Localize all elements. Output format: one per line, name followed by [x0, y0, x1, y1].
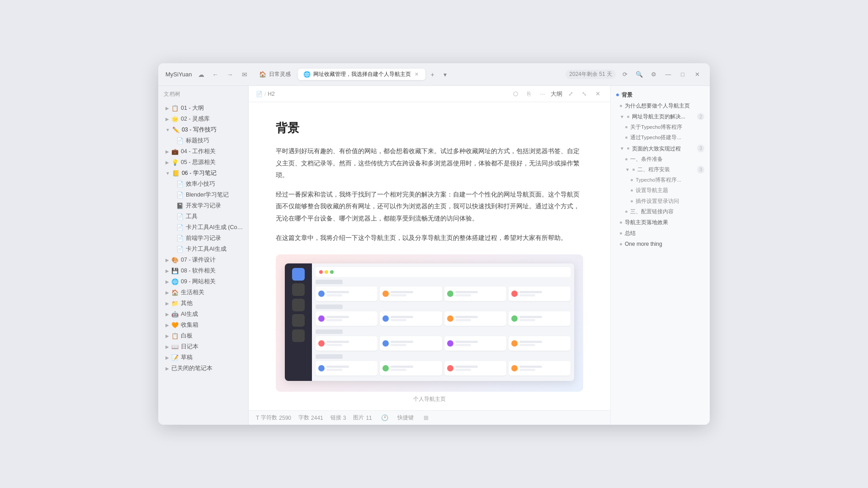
outline-label-install-3: 插件设置登录访问	[636, 197, 679, 205]
sidebar-item-04-label: 04 - 工作相关	[181, 148, 216, 155]
maximize-button[interactable]: □	[677, 69, 688, 80]
minimize-button[interactable]: —	[663, 69, 674, 80]
outline-item-install[interactable]: ▼ 二、程序安装 3	[611, 164, 710, 175]
sidebar-item-07[interactable]: ▶ 🎨 07 - 课件设计	[160, 255, 246, 265]
expand-button[interactable]: ⤢	[565, 89, 576, 99]
outline-item-config[interactable]: 三、配置链接内容	[611, 206, 710, 217]
refresh-icon[interactable]: ⟳	[619, 69, 630, 80]
mock-nav-section-3	[316, 329, 571, 351]
status-link-count: 链接 3	[330, 414, 346, 422]
sidebar-item-06[interactable]: ▼ 📒 06 - 学习笔记	[160, 168, 246, 178]
sidebar-item-06-6[interactable]: 📄 前端学习记录	[160, 233, 246, 244]
mock-section-title-1	[316, 280, 343, 284]
outline-item-install-3[interactable]: 插件设置登录访问	[611, 196, 710, 206]
outline-dot-sol	[627, 116, 629, 118]
status-link-label: 链接	[330, 414, 341, 422]
mock-card-text-wrap-16	[519, 366, 542, 371]
close-panel-button[interactable]: ✕	[592, 89, 603, 99]
search-button[interactable]: 🔍	[634, 69, 645, 80]
back-button[interactable]: ←	[210, 69, 221, 80]
outline-item-bg[interactable]: 背景	[611, 89, 710, 100]
cloud-icon[interactable]: ☁	[196, 69, 207, 80]
status-char-count-label: 字数	[298, 414, 309, 422]
mock-card-text-wrap-14	[391, 366, 413, 371]
sidebar-item-09[interactable]: ▶ 🌐 09 - 网站相关	[160, 277, 246, 287]
sidebar-item-06-3[interactable]: 📓 开发学习记录	[160, 201, 246, 211]
outline-item-typecho-build[interactable]: 通过Typecho搭建导...	[611, 132, 710, 143]
sidebar-item-03-1[interactable]: 📄 标题技巧	[160, 136, 246, 146]
status-clock-button[interactable]: 🕐	[379, 413, 390, 423]
outline-item-more[interactable]: One more thing	[611, 239, 710, 249]
outline-item-sol[interactable]: ▼ 网址导航主页的解决... 2	[611, 111, 710, 122]
sidebar-item-06-7[interactable]: 📄 卡片工具AI生成	[160, 244, 246, 254]
tab-daily[interactable]: 🏠 日常灵感	[254, 69, 296, 80]
tab-article[interactable]: 🌐 网址收藏管理，我选择自建个人导航主页 ✕	[298, 69, 425, 80]
mock-card-text-sm-14	[391, 369, 406, 371]
sidebar-item-ai[interactable]: ▶ 🤖 AI生成	[160, 309, 246, 319]
tab-dropdown-button[interactable]: ▾	[440, 69, 451, 80]
sidebar-item-draft[interactable]: ▶ 📝 草稿	[160, 352, 246, 363]
sidebar-item-06-5[interactable]: 📄 卡片工具AI生成 (Con...	[160, 222, 246, 233]
toolbar-right: ⬡ ⎘ ··· 大纲 ⤢ ⤡ ✕	[510, 89, 603, 99]
sidebar-item-06-1-icon: 📄	[176, 181, 184, 188]
outline-num-sol: 2	[697, 113, 704, 121]
outline-item-install-2[interactable]: 设置导航主题	[611, 185, 710, 196]
sidebar-item-whiteboard[interactable]: ▶ 📋 白板	[160, 331, 246, 341]
settings-button[interactable]: ⚙	[648, 69, 659, 80]
mock-card-text-sm-7	[455, 319, 471, 321]
sidebar-item-02[interactable]: ▶ 🌟 02 - 灵感库	[160, 114, 246, 124]
sidebar-item-06-2[interactable]: 📄 Blender学习笔记	[160, 190, 246, 200]
outline-item-typecho-prog[interactable]: 关于Typecho博客程序	[611, 122, 710, 132]
sidebar-item-life[interactable]: ▶ 🏠 生活相关	[160, 287, 246, 298]
mock-screenshot	[285, 263, 574, 381]
mock-card-text-7	[455, 316, 478, 318]
mock-card-icon-11	[447, 340, 453, 347]
new-tab-button[interactable]: +	[427, 69, 438, 80]
sidebar-item-diary-label: 日记本	[181, 343, 198, 351]
sidebar-item-06-3-icon: 📓	[176, 202, 184, 209]
outline-dot-install	[632, 169, 635, 171]
outline-item-summary[interactable]: 总结	[611, 228, 710, 239]
sidebar-item-04[interactable]: ▶ 💼 04 - 工作相关	[160, 146, 246, 157]
copy-button[interactable]: ⎘	[524, 89, 534, 99]
article-title: 背景	[276, 120, 583, 136]
sidebar-item-other[interactable]: ▶ 📁 其他	[160, 298, 246, 309]
send-icon[interactable]: ✉	[239, 69, 250, 80]
outline-item-install-1[interactable]: Typecho博客程序...	[611, 175, 710, 185]
sidebar-item-03[interactable]: ▼ ✏️ 03 - 写作技巧	[160, 125, 246, 135]
tab-close-button[interactable]: ✕	[414, 71, 420, 78]
sidebar-item-05[interactable]: ▶ 💡 05 - 思源相关	[160, 157, 246, 168]
more-button[interactable]: ···	[537, 89, 548, 99]
status-word-count-value: 2590	[279, 415, 291, 421]
sidebar-item-06-6-label: 前端学习记录	[186, 235, 221, 242]
sidebar-item-06-4[interactable]: 📄 工具	[160, 211, 246, 222]
sidebar-item-closed[interactable]: ▶ 已关闭的笔记本	[160, 363, 246, 374]
toolbar-bar: 📄 / H2 ⬡ ⎘ ··· 大纲 ⤢ ⤡ ✕	[249, 86, 610, 102]
sidebar-item-08[interactable]: ▶ 💾 08 - 软件相关	[160, 266, 246, 276]
sidebar-item-06-1[interactable]: 📄 效率小技巧	[160, 179, 246, 189]
outline-item-landing[interactable]: 导航主页落地效果	[611, 217, 710, 228]
tabs-area: 🏠 日常灵感 🌐 网址收藏管理，我选择自建个人导航主页 ✕ + ▾	[254, 69, 562, 80]
sidebar-item-06-4-label: 工具	[186, 213, 198, 221]
sidebar-item-01[interactable]: ▶ 📋 01 - 大纲	[160, 103, 246, 113]
mock-card-icon-14	[382, 365, 389, 371]
sidebar-item-collect[interactable]: ▶ 🧡 收集箱	[160, 320, 246, 330]
sidebar-item-diary[interactable]: ▶ 📖 日记本	[160, 342, 246, 352]
sidebar-header: 文档树	[158, 86, 248, 101]
outline-item-cond[interactable]: 一、条件准备	[611, 154, 710, 164]
collapse-button[interactable]: ⤡	[579, 89, 590, 99]
mock-card-text-sm-11	[455, 344, 471, 346]
mock-card-text-1	[326, 291, 349, 293]
sidebar-item-draft-icon: 📝	[171, 354, 179, 361]
status-grid-button[interactable]: ⊞	[421, 413, 432, 423]
sidebar-item-03-1-label: 标题技巧	[186, 137, 209, 145]
article-paragraph-3: 在这篇文章中，我将介绍一下这个导航主页，以及分享导航主页的整体搭建过程，希望对大…	[276, 232, 583, 244]
outline-item-impl[interactable]: ▼ 页面的大致实现过程 3	[611, 143, 710, 154]
outline-dot-impl	[627, 147, 629, 150]
format-button[interactable]: ⬡	[510, 89, 521, 99]
close-button[interactable]: ✕	[692, 69, 703, 80]
outline-item-why[interactable]: 为什么想要做个人导航主页	[611, 100, 710, 111]
forward-button[interactable]: →	[225, 69, 236, 80]
editor-area[interactable]: 背景 平时遇到好玩有趣的、有价值的网站，都会想着收藏下来。试过多种收藏网址的方式…	[249, 102, 610, 410]
status-image-value: 11	[366, 415, 372, 421]
